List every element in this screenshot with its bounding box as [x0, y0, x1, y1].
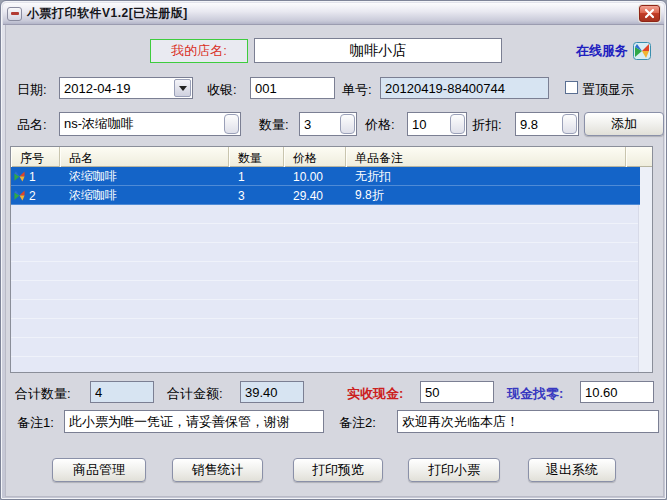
row-name: 浓缩咖啡 [60, 168, 229, 185]
table-row[interactable]: 2 浓缩咖啡 3 29.40 9.8折 [11, 186, 640, 205]
app-window: 小票打印软件V1.2[已注册版] 我的店名: 在线服务 日期: 收银: 单号: [0, 0, 667, 500]
product-manage-button[interactable]: 商品管理 [52, 458, 146, 482]
note1-label: 备注1: [17, 414, 54, 432]
online-service-icon [633, 42, 651, 60]
col-header-name[interactable]: 品名 [60, 147, 229, 167]
date-label: 日期: [17, 81, 47, 99]
sales-stats-button[interactable]: 销售统计 [172, 458, 263, 482]
row-name: 浓缩咖啡 [60, 187, 229, 204]
row-note: 无折扣 [346, 168, 640, 185]
qty-spinner[interactable] [340, 114, 355, 134]
change-label: 现金找零: [507, 385, 563, 403]
table-row[interactable]: 1 浓缩咖啡 1 10.00 无折扣 [11, 167, 640, 186]
qty-stepper[interactable] [299, 112, 357, 136]
row-no: 1 [29, 170, 36, 184]
table-scrollbar-track [638, 167, 652, 372]
col-header-qty[interactable]: 数量 [229, 147, 284, 167]
change-input[interactable] [580, 381, 654, 403]
product-input[interactable] [59, 112, 241, 136]
shop-name-input[interactable] [254, 38, 502, 63]
row-qty: 3 [229, 189, 284, 203]
discount-stepper[interactable] [515, 112, 579, 136]
add-button[interactable]: 添加 [584, 112, 664, 136]
product-label: 品名: [17, 116, 47, 134]
order-no-label: 单号: [342, 81, 372, 99]
row-qty: 1 [229, 170, 284, 184]
total-qty-label: 合计数量: [15, 385, 71, 403]
col-header-note[interactable]: 单品备注 [346, 147, 626, 167]
app-icon [7, 7, 22, 21]
cashier-label: 收银: [207, 81, 237, 99]
cashier-input[interactable] [250, 77, 335, 99]
col-header-filler [626, 147, 652, 167]
main-panel: 我的店名: 在线服务 日期: 收银: 单号: 置顶显示 品名: [5, 25, 664, 497]
qty-label: 数量: [259, 116, 289, 134]
window-title: 小票打印软件V1.2[已注册版] [27, 5, 639, 22]
item-icon [13, 189, 26, 202]
chevron-down-icon[interactable] [174, 79, 191, 97]
note1-input[interactable] [64, 410, 324, 433]
row-price: 29.40 [284, 189, 346, 203]
item-icon [13, 170, 26, 183]
table-empty-area [11, 205, 638, 372]
items-table: 序号 品名 数量 价格 单品备注 1 浓缩咖啡 1 10.00 无折扣 [10, 146, 653, 373]
title-bar[interactable]: 小票打印软件V1.2[已注册版] [3, 3, 664, 25]
print-receipt-button[interactable]: 打印小票 [408, 458, 500, 482]
col-header-no[interactable]: 序号 [11, 147, 60, 167]
price-stepper[interactable] [407, 112, 467, 136]
row-no: 2 [29, 189, 36, 203]
row-note: 9.8折 [346, 187, 640, 204]
topmost-checkbox[interactable] [565, 81, 578, 94]
col-header-price[interactable]: 价格 [284, 147, 346, 167]
date-input[interactable] [59, 77, 193, 99]
exit-button[interactable]: 退出系统 [528, 458, 616, 482]
note2-input[interactable] [397, 410, 659, 433]
total-amount-field [240, 381, 304, 403]
topmost-label: 置顶显示 [582, 81, 634, 99]
cash-received-input[interactable] [420, 381, 494, 403]
total-amount-label: 合计金额: [167, 385, 223, 403]
online-service-label: 在线服务 [576, 42, 628, 60]
discount-spinner[interactable] [562, 114, 577, 134]
price-spinner[interactable] [450, 114, 465, 134]
total-qty-field [90, 381, 154, 403]
product-combo[interactable] [59, 112, 241, 136]
shop-name-label: 我的店名: [150, 39, 248, 63]
note2-label: 备注2: [339, 414, 376, 432]
date-dropdown[interactable] [59, 77, 193, 99]
online-service-link[interactable]: 在线服务 [576, 42, 651, 60]
price-label: 价格: [365, 116, 395, 134]
discount-label: 折扣: [472, 116, 502, 134]
product-spinner[interactable] [224, 114, 239, 134]
row-price: 10.00 [284, 170, 346, 184]
order-no-field [380, 77, 549, 99]
table-header: 序号 品名 数量 价格 单品备注 [11, 147, 652, 167]
cash-received-label: 实收现金: [347, 385, 403, 403]
print-preview-button[interactable]: 打印预览 [293, 458, 383, 482]
close-icon[interactable] [639, 5, 660, 22]
